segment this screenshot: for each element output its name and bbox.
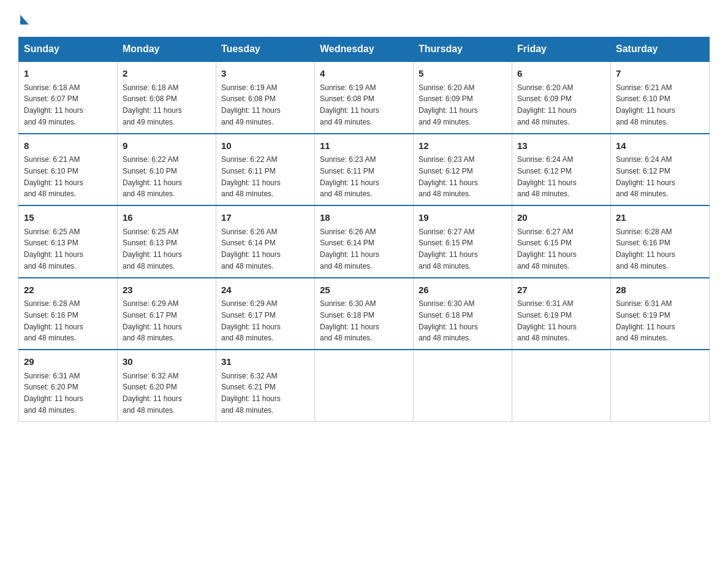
header-thursday: Thursday xyxy=(414,37,512,62)
day-number: 3 xyxy=(221,67,309,81)
day-number: 2 xyxy=(123,67,211,81)
day-info: Sunrise: 6:27 AMSunset: 6:15 PMDaylight:… xyxy=(517,228,577,270)
day-number: 28 xyxy=(616,283,704,297)
day-info: Sunrise: 6:26 AMSunset: 6:14 PMDaylight:… xyxy=(320,228,379,270)
table-cell xyxy=(414,350,512,421)
day-info: Sunrise: 6:19 AMSunset: 6:08 PMDaylight:… xyxy=(221,83,281,126)
table-cell: 7 Sunrise: 6:21 AMSunset: 6:10 PMDayligh… xyxy=(611,61,710,134)
table-cell: 27 Sunrise: 6:31 AMSunset: 6:19 PMDaylig… xyxy=(512,278,611,350)
calendar-table: SundayMondayTuesdayWednesdayThursdayFrid… xyxy=(18,37,710,422)
day-number: 24 xyxy=(221,283,309,297)
table-cell: 1 Sunrise: 6:18 AMSunset: 6:07 PMDayligh… xyxy=(19,61,118,134)
calendar-header: SundayMondayTuesdayWednesdayThursdayFrid… xyxy=(19,37,710,62)
table-cell: 17 Sunrise: 6:26 AMSunset: 6:14 PMDaylig… xyxy=(216,205,315,278)
logo xyxy=(18,12,29,25)
day-info: Sunrise: 6:32 AMSunset: 6:20 PMDaylight:… xyxy=(123,372,182,415)
table-cell: 3 Sunrise: 6:19 AMSunset: 6:08 PMDayligh… xyxy=(216,61,315,134)
day-number: 16 xyxy=(123,211,211,225)
day-info: Sunrise: 6:25 AMSunset: 6:13 PMDaylight:… xyxy=(24,228,83,270)
day-number: 19 xyxy=(419,211,507,225)
table-cell xyxy=(315,350,414,421)
week-row-1: 1 Sunrise: 6:18 AMSunset: 6:07 PMDayligh… xyxy=(19,61,710,134)
day-info: Sunrise: 6:31 AMSunset: 6:19 PMDaylight:… xyxy=(616,299,675,342)
day-info: Sunrise: 6:23 AMSunset: 6:12 PMDaylight:… xyxy=(419,155,478,198)
day-info: Sunrise: 6:28 AMSunset: 6:16 PMDaylight:… xyxy=(616,228,675,270)
day-info: Sunrise: 6:25 AMSunset: 6:13 PMDaylight:… xyxy=(123,228,182,270)
day-info: Sunrise: 6:31 AMSunset: 6:19 PMDaylight:… xyxy=(517,299,577,342)
day-number: 17 xyxy=(221,211,309,225)
table-cell: 5 Sunrise: 6:20 AMSunset: 6:09 PMDayligh… xyxy=(414,61,512,134)
header-monday: Monday xyxy=(118,37,216,62)
day-number: 29 xyxy=(24,355,112,369)
day-number: 4 xyxy=(320,67,408,81)
header-wednesday: Wednesday xyxy=(315,37,414,62)
table-cell: 28 Sunrise: 6:31 AMSunset: 6:19 PMDaylig… xyxy=(611,278,710,350)
table-cell xyxy=(611,350,710,421)
day-info: Sunrise: 6:32 AMSunset: 6:21 PMDaylight:… xyxy=(221,372,281,415)
calendar-body: 1 Sunrise: 6:18 AMSunset: 6:07 PMDayligh… xyxy=(19,61,710,421)
table-cell: 10 Sunrise: 6:22 AMSunset: 6:11 PMDaylig… xyxy=(216,134,315,206)
week-row-2: 8 Sunrise: 6:21 AMSunset: 6:10 PMDayligh… xyxy=(19,134,710,206)
day-info: Sunrise: 6:21 AMSunset: 6:10 PMDaylight:… xyxy=(616,83,675,126)
day-number: 27 xyxy=(517,283,605,297)
week-row-5: 29 Sunrise: 6:31 AMSunset: 6:20 PMDaylig… xyxy=(19,350,710,421)
day-number: 7 xyxy=(616,67,704,81)
day-info: Sunrise: 6:26 AMSunset: 6:14 PMDaylight:… xyxy=(221,228,281,270)
week-row-4: 22 Sunrise: 6:28 AMSunset: 6:16 PMDaylig… xyxy=(19,278,710,350)
day-info: Sunrise: 6:20 AMSunset: 6:09 PMDaylight:… xyxy=(517,83,577,126)
day-number: 11 xyxy=(320,139,408,153)
table-cell: 8 Sunrise: 6:21 AMSunset: 6:10 PMDayligh… xyxy=(19,134,118,206)
day-number: 25 xyxy=(320,283,408,297)
table-cell: 12 Sunrise: 6:23 AMSunset: 6:12 PMDaylig… xyxy=(414,134,512,206)
table-cell: 25 Sunrise: 6:30 AMSunset: 6:18 PMDaylig… xyxy=(315,278,414,350)
day-number: 5 xyxy=(419,67,507,81)
table-cell: 19 Sunrise: 6:27 AMSunset: 6:15 PMDaylig… xyxy=(414,205,512,278)
day-info: Sunrise: 6:23 AMSunset: 6:11 PMDaylight:… xyxy=(320,155,379,198)
day-info: Sunrise: 6:31 AMSunset: 6:20 PMDaylight:… xyxy=(24,372,83,415)
day-info: Sunrise: 6:29 AMSunset: 6:17 PMDaylight:… xyxy=(221,299,281,342)
day-number: 31 xyxy=(221,355,309,369)
header-row: SundayMondayTuesdayWednesdayThursdayFrid… xyxy=(19,37,710,62)
table-cell: 4 Sunrise: 6:19 AMSunset: 6:08 PMDayligh… xyxy=(315,61,414,134)
table-cell: 9 Sunrise: 6:22 AMSunset: 6:10 PMDayligh… xyxy=(118,134,216,206)
day-number: 12 xyxy=(419,139,507,153)
table-cell: 14 Sunrise: 6:24 AMSunset: 6:12 PMDaylig… xyxy=(611,134,710,206)
table-cell: 31 Sunrise: 6:32 AMSunset: 6:21 PMDaylig… xyxy=(216,350,315,421)
day-number: 30 xyxy=(123,355,211,369)
table-cell: 11 Sunrise: 6:23 AMSunset: 6:11 PMDaylig… xyxy=(315,134,414,206)
table-cell: 20 Sunrise: 6:27 AMSunset: 6:15 PMDaylig… xyxy=(512,205,611,278)
table-cell: 13 Sunrise: 6:24 AMSunset: 6:12 PMDaylig… xyxy=(512,134,611,206)
day-number: 23 xyxy=(123,283,211,297)
day-info: Sunrise: 6:22 AMSunset: 6:10 PMDaylight:… xyxy=(123,155,182,198)
day-info: Sunrise: 6:24 AMSunset: 6:12 PMDaylight:… xyxy=(517,155,577,198)
day-info: Sunrise: 6:18 AMSunset: 6:07 PMDaylight:… xyxy=(24,83,83,126)
logo-triangle-icon xyxy=(20,15,29,25)
day-number: 1 xyxy=(24,67,112,81)
day-number: 21 xyxy=(616,211,704,225)
day-number: 8 xyxy=(24,139,112,153)
table-cell: 2 Sunrise: 6:18 AMSunset: 6:08 PMDayligh… xyxy=(118,61,216,134)
table-cell: 26 Sunrise: 6:30 AMSunset: 6:18 PMDaylig… xyxy=(414,278,512,350)
table-cell xyxy=(512,350,611,421)
header-sunday: Sunday xyxy=(19,37,118,62)
table-cell: 22 Sunrise: 6:28 AMSunset: 6:16 PMDaylig… xyxy=(19,278,118,350)
day-number: 6 xyxy=(517,67,605,81)
table-cell: 21 Sunrise: 6:28 AMSunset: 6:16 PMDaylig… xyxy=(611,205,710,278)
day-info: Sunrise: 6:27 AMSunset: 6:15 PMDaylight:… xyxy=(419,228,478,270)
day-info: Sunrise: 6:28 AMSunset: 6:16 PMDaylight:… xyxy=(24,299,83,342)
table-cell: 29 Sunrise: 6:31 AMSunset: 6:20 PMDaylig… xyxy=(19,350,118,421)
day-number: 13 xyxy=(517,139,605,153)
table-cell: 23 Sunrise: 6:29 AMSunset: 6:17 PMDaylig… xyxy=(118,278,216,350)
day-info: Sunrise: 6:30 AMSunset: 6:18 PMDaylight:… xyxy=(419,299,478,342)
week-row-3: 15 Sunrise: 6:25 AMSunset: 6:13 PMDaylig… xyxy=(19,205,710,278)
day-number: 15 xyxy=(24,211,112,225)
day-number: 20 xyxy=(517,211,605,225)
table-cell: 16 Sunrise: 6:25 AMSunset: 6:13 PMDaylig… xyxy=(118,205,216,278)
day-number: 22 xyxy=(24,283,112,297)
day-number: 10 xyxy=(221,139,309,153)
day-info: Sunrise: 6:20 AMSunset: 6:09 PMDaylight:… xyxy=(419,83,478,126)
day-number: 26 xyxy=(419,283,507,297)
header-saturday: Saturday xyxy=(611,37,710,62)
header-friday: Friday xyxy=(512,37,611,62)
day-info: Sunrise: 6:30 AMSunset: 6:18 PMDaylight:… xyxy=(320,299,379,342)
